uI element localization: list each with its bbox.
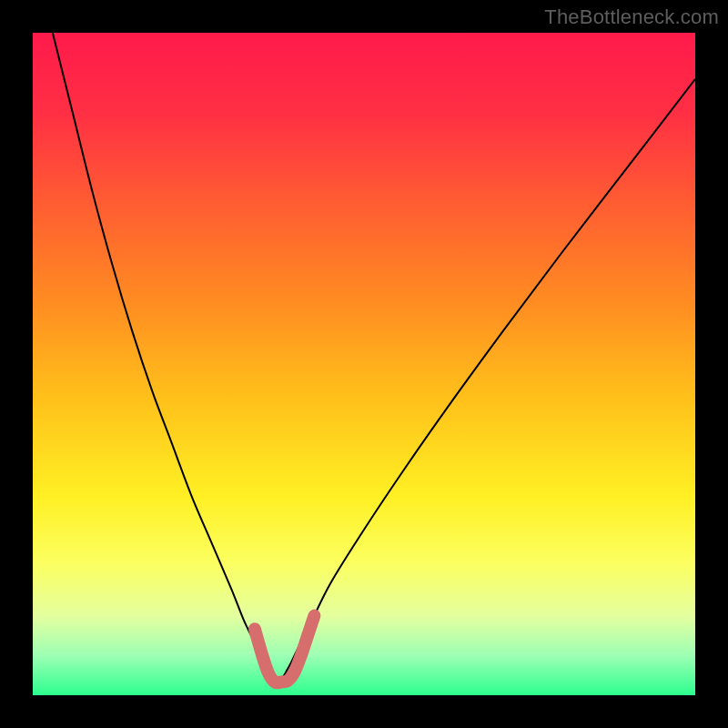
chart-container: TheBottleneck.com [0, 0, 728, 728]
chart-background-gradient [33, 33, 695, 695]
bottleneck-chart [0, 0, 728, 728]
